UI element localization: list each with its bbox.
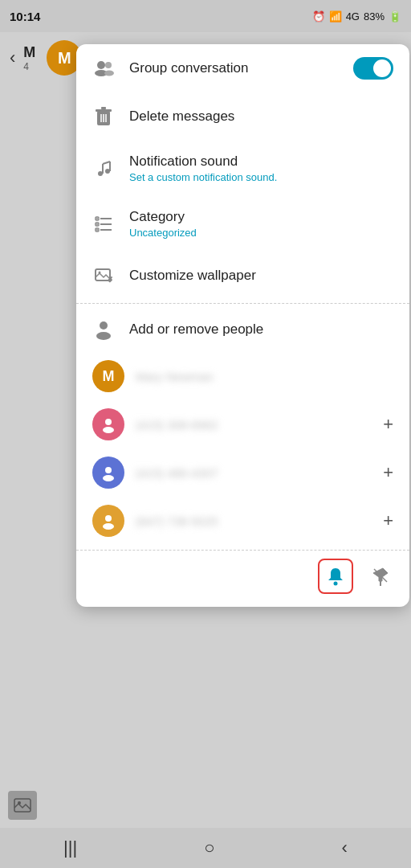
svg-point-3 [104,71,114,76]
menu-item-customize-wallpaper[interactable]: Customize wallpaper [76,252,409,300]
category-label: Category [129,209,197,225]
person-name: (647) 738-5025 [136,514,372,528]
menu-item-group-conversation[interactable]: Group conversation [76,44,409,92]
svg-point-31 [105,467,112,473]
avatar [92,408,124,440]
svg-point-33 [105,515,112,522]
music-icon [92,158,115,180]
pin-button[interactable] [363,559,398,594]
chat-subtitle: 4 [23,61,35,72]
add-person-button[interactable]: + [383,462,393,483]
signal-icon: 4G [346,10,360,23]
menu-item-delete-messages[interactable]: Delete messages [76,92,409,141]
recents-button[interactable]: ||| [63,837,77,858]
svg-point-25 [99,272,101,274]
group-icon [92,57,115,80]
person-name: Mary Newman [136,370,393,383]
chat-title: M [23,44,35,61]
avatar [92,505,124,537]
svg-point-28 [96,332,111,340]
wifi-icon: 📶 [329,10,342,23]
list-icon [92,213,115,235]
notification-sound-text: Notification sound Set a custom notifica… [129,154,277,183]
status-icons: ⏰ 📶 4G 83% 🔋 [312,10,401,23]
group-conversation-label: Group conversation [129,60,248,76]
status-time: 10:14 [10,10,40,23]
customize-wallpaper-label: Customize wallpaper [129,268,256,284]
svg-point-29 [105,419,112,425]
avatar: M [92,360,124,392]
person-add-icon [92,318,115,341]
svg-point-27 [100,321,108,330]
svg-point-0 [97,61,105,69]
svg-point-2 [105,62,112,68]
add-person-button[interactable]: + [383,510,393,531]
delete-messages-label: Delete messages [129,108,234,125]
alarm-icon: ⏰ [312,10,325,23]
divider-1 [76,303,409,304]
wallpaper-icon [92,264,115,287]
person-name: (415) 308-6962 [136,418,372,432]
menu-item-category[interactable]: Category Uncategorized [76,196,409,252]
avatar-letter: M [58,49,71,68]
trash-icon [92,105,115,128]
group-conversation-toggle[interactable] [353,57,393,80]
menu-item-notification-sound[interactable]: Notification sound Set a custom notifica… [76,141,409,196]
svg-rect-6 [101,107,106,109]
add-remove-people-label: Add or remove people [129,321,263,338]
battery-icon: 🔋 [389,10,401,23]
svg-point-35 [334,582,338,586]
avatar [92,457,124,489]
svg-line-14 [103,162,110,164]
back-nav-button[interactable]: ‹ [342,837,348,858]
dropdown-panel: Group conversation Delete messages [76,44,409,607]
person-name: (415) 466-4307 [136,466,372,480]
svg-rect-5 [96,109,112,112]
battery-text: 83% [364,10,385,23]
bell-button[interactable] [318,559,353,594]
category-text: Category Uncategorized [129,209,197,239]
notification-sound-label: Notification sound [129,154,277,170]
svg-point-30 [103,427,114,433]
svg-rect-26 [108,277,112,282]
add-remove-people-header[interactable]: Add or remove people [76,307,409,352]
image-icon[interactable] [8,791,37,820]
category-sublabel[interactable]: Uncategorized [129,227,197,239]
bottom-nav: ||| ○ ‹ [0,828,411,868]
add-person-button[interactable]: + [383,414,393,435]
list-item: M Mary Newman [76,352,409,400]
status-bar: 10:14 ⏰ 📶 4G 83% 🔋 [0,0,411,32]
back-button[interactable]: ‹ [10,47,15,68]
list-item: (647) 738-5025 + [76,497,409,545]
action-bar [76,550,409,599]
list-item: (415) 308-6962 + [76,400,409,448]
home-button[interactable]: ○ [204,837,214,858]
svg-point-34 [103,523,114,530]
svg-point-32 [103,475,114,481]
chat-title-area: M 4 [23,44,35,72]
list-item: (415) 466-4307 + [76,448,409,497]
notification-sound-sublabel[interactable]: Set a custom notification sound. [129,171,277,183]
